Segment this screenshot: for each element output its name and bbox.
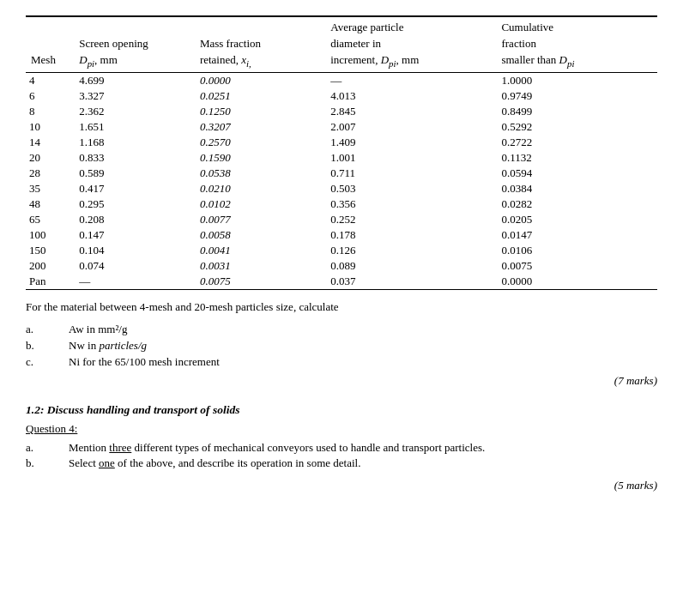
- col-header-mass-2: Mass fraction: [195, 36, 325, 52]
- cell-cum-9: 0.0205: [496, 212, 657, 227]
- cell-cum-2: 0.8499: [496, 104, 657, 119]
- cell-cum-0: 1.0000: [496, 73, 657, 89]
- cell-screen-1: 3.327: [74, 88, 195, 104]
- q4b-label: b.: [26, 456, 69, 470]
- marks-1: (7 marks): [26, 374, 657, 388]
- cell-screen-7: 0.417: [74, 181, 195, 196]
- cell-screen-9: 0.208: [74, 212, 195, 227]
- col-header-mesh: [26, 16, 74, 36]
- sub-items-list: a.Aw in mm²/gb.Nw in particles/gc.Ni for…: [26, 323, 657, 369]
- sub-item-label: a.: [26, 323, 69, 336]
- cell-mass-1: 0.0251: [195, 88, 325, 104]
- cell-screen-5: 0.833: [74, 150, 195, 166]
- cell-avg-3: 2.007: [325, 119, 496, 135]
- col-header-screen: [74, 16, 195, 36]
- col-header-mass: [195, 16, 325, 36]
- cell-mass-4: 0.2570: [195, 135, 325, 150]
- cell-avg-10: 0.178: [325, 227, 496, 243]
- sub-item-label: b.: [26, 339, 69, 353]
- cell-mesh-11: 150: [26, 243, 74, 258]
- cell-avg-13: 0.037: [325, 274, 496, 290]
- cell-mesh-7: 35: [26, 181, 74, 196]
- sub-item: a.Aw in mm²/g: [26, 323, 657, 336]
- cell-mesh-13: Pan: [26, 274, 74, 290]
- table-section: Average particle Cumulative Screen openi…: [26, 15, 657, 290]
- col-header-avg-3: increment, Dpi, mm: [325, 52, 496, 73]
- data-table: Average particle Cumulative Screen openi…: [26, 15, 657, 290]
- q4a: a. Mention three different types of mech…: [26, 441, 657, 470]
- col-header-mass-3: retained, xi,: [195, 52, 325, 73]
- cell-cum-10: 0.0147: [496, 227, 657, 243]
- cell-avg-0: —: [325, 73, 496, 89]
- col-header-cum-2: fraction: [496, 36, 657, 52]
- cell-cum-5: 0.1132: [496, 150, 657, 166]
- col-header-mesh-2: [26, 36, 74, 52]
- sub-item: c.Ni for the 65/100 mesh increment: [26, 355, 657, 369]
- cell-mesh-12: 200: [26, 258, 74, 274]
- cell-mass-3: 0.3207: [195, 119, 325, 135]
- col-header-screen-3: Dpi, mm: [74, 52, 195, 73]
- cell-screen-10: 0.147: [74, 227, 195, 243]
- col-header-avg-2: diameter in: [325, 36, 496, 52]
- cell-screen-11: 0.104: [74, 243, 195, 258]
- cell-screen-8: 0.295: [74, 196, 195, 212]
- sub-item-content: Aw in mm²/g: [69, 323, 657, 336]
- cell-screen-4: 1.168: [74, 135, 195, 150]
- cell-screen-0: 4.699: [74, 73, 195, 89]
- cell-avg-6: 0.711: [325, 166, 496, 181]
- cell-avg-4: 1.409: [325, 135, 496, 150]
- cell-avg-8: 0.356: [325, 196, 496, 212]
- col-header-avg: Average particle: [325, 16, 496, 36]
- cell-mesh-10: 100: [26, 227, 74, 243]
- cell-mesh-6: 28: [26, 166, 74, 181]
- sub-item-content: Ni for the 65/100 mesh increment: [69, 355, 657, 369]
- cell-mesh-3: 10: [26, 119, 74, 135]
- cell-mass-10: 0.0058: [195, 227, 325, 243]
- cell-mass-8: 0.0102: [195, 196, 325, 212]
- sub-item-content: Nw in particles/g: [69, 339, 657, 353]
- cell-mass-6: 0.0538: [195, 166, 325, 181]
- cell-screen-13: —: [74, 274, 195, 290]
- q4b-content: Select one of the above, and describe it…: [69, 456, 657, 470]
- col-header-screen-2: Screen opening: [74, 36, 195, 52]
- cell-mass-5: 0.1590: [195, 150, 325, 166]
- cell-avg-2: 2.845: [325, 104, 496, 119]
- cell-mass-11: 0.0041: [195, 243, 325, 258]
- cell-screen-2: 2.362: [74, 104, 195, 119]
- cell-avg-9: 0.252: [325, 212, 496, 227]
- cell-cum-8: 0.0282: [496, 196, 657, 212]
- cell-screen-6: 0.589: [74, 166, 195, 181]
- cell-mesh-2: 8: [26, 104, 74, 119]
- marks-2: (5 marks): [26, 479, 657, 492]
- cell-mesh-1: 6: [26, 88, 74, 104]
- sub-item-label: c.: [26, 355, 69, 369]
- col-header-cum: Cumulative: [496, 16, 657, 36]
- question-label: Question 4:: [26, 422, 657, 436]
- col-header-mesh-3: Mesh: [26, 52, 74, 73]
- col-header-cum-3: smaller than Dpi: [496, 52, 657, 73]
- cell-cum-3: 0.5292: [496, 119, 657, 135]
- cell-cum-1: 0.9749: [496, 88, 657, 104]
- cell-cum-7: 0.0384: [496, 181, 657, 196]
- cell-mass-13: 0.0075: [195, 274, 325, 290]
- q4a-label: a.: [26, 441, 69, 455]
- cell-mass-12: 0.0031: [195, 258, 325, 274]
- cell-cum-13: 0.0000: [496, 274, 657, 290]
- cell-mesh-8: 48: [26, 196, 74, 212]
- sub-item: b.Nw in particles/g: [26, 339, 657, 353]
- cell-avg-1: 4.013: [325, 88, 496, 104]
- cell-cum-4: 0.2722: [496, 135, 657, 150]
- cell-avg-11: 0.126: [325, 243, 496, 258]
- cell-mass-9: 0.0077: [195, 212, 325, 227]
- q4a-content: Mention three different types of mechani…: [69, 441, 657, 455]
- cell-screen-3: 1.651: [74, 119, 195, 135]
- cell-cum-11: 0.0106: [496, 243, 657, 258]
- cell-mesh-5: 20: [26, 150, 74, 166]
- cell-mass-7: 0.0210: [195, 181, 325, 196]
- cell-cum-12: 0.0075: [496, 258, 657, 274]
- cell-mass-2: 0.1250: [195, 104, 325, 119]
- cell-mesh-0: 4: [26, 73, 74, 89]
- cell-mesh-9: 65: [26, 212, 74, 227]
- problem-statement: For the material between 4-mesh and 20-m…: [26, 299, 657, 316]
- cell-avg-7: 0.503: [325, 181, 496, 196]
